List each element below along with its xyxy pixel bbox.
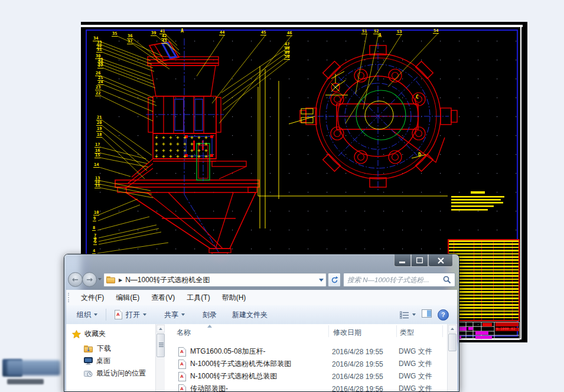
file-name: N-1000转子式选粉机总装图 — [190, 371, 277, 381]
cad-drawing-number: N—1000.02 — [496, 326, 520, 331]
file-row[interactable]: 传动部装图- 2016/4/28 19:56 DWG 文件 — [165, 383, 446, 392]
menu-tools[interactable]: 工具(T) — [181, 290, 216, 305]
explorer-content: 收藏夹 ↓ 下载 — [66, 324, 457, 392]
column-date-modified[interactable]: 修改日期 — [333, 328, 361, 338]
help-button[interactable]: ? — [438, 309, 449, 321]
file-date: 2016/4/28 19:55 — [332, 348, 383, 356]
recent-places-label: 最近访问的位置 — [96, 368, 146, 378]
search-icon[interactable] — [443, 276, 451, 284]
column-name[interactable]: 名称 — [177, 328, 191, 338]
share-dropdown-icon — [181, 313, 185, 316]
favorites-label: 收藏夹 — [84, 329, 106, 339]
open-label: 打开 — [126, 310, 140, 320]
sidebar-scrollbar[interactable] — [155, 324, 165, 392]
toolbar-separator — [106, 309, 106, 321]
file-row[interactable]: N-1000转子式选粉机壳体部装图 2016/4/28 19:55 DWG 文件 — [165, 358, 446, 370]
file-date: 2016/4/28 19:56 — [332, 385, 383, 392]
open-dropdown-icon — [143, 313, 146, 316]
recent-places-icon — [84, 370, 93, 377]
views-icon — [400, 311, 409, 319]
search-box[interactable]: 搜索 N—1000转子式选粉... — [343, 273, 455, 287]
desktop-label: 桌面 — [96, 356, 110, 366]
burn-label: 刻录 — [203, 310, 217, 320]
history-dropdown-icon[interactable] — [98, 278, 102, 280]
sidebar-item-recent-places[interactable]: 最近访问的位置 — [84, 368, 146, 378]
refresh-button[interactable] — [328, 273, 341, 287]
file-name: MTG1600.05-08加压杆- — [190, 347, 265, 357]
scrollbar-thumb[interactable] — [157, 334, 165, 357]
new-folder-label: 新建文件夹 — [232, 310, 268, 320]
sidebar-item-downloads[interactable]: ↓ 下载 — [84, 344, 111, 354]
column-separator[interactable] — [442, 325, 443, 337]
menu-bar: 文件(F) 编辑(E) 查看(V) 工具(T) 帮助(H) — [66, 290, 457, 306]
file-date: 2016/4/28 19:55 — [332, 373, 383, 381]
desktop-icon[interactable] — [2, 358, 67, 392]
navigation-pane: 收藏夹 ↓ 下载 — [66, 324, 155, 392]
column-separator[interactable] — [328, 325, 329, 337]
scroll-up-button[interactable] — [448, 325, 457, 332]
file-list: 名称 修改日期 类型 MTG1600.05-08加压杆- 2016/4/28 1… — [165, 324, 457, 392]
new-folder-button[interactable]: 新建文件夹 — [227, 307, 272, 323]
views-button[interactable] — [400, 311, 416, 319]
menu-help[interactable]: 帮助(H) — [216, 290, 252, 305]
back-button[interactable]: ← — [68, 272, 83, 287]
burn-button[interactable]: 刻录 — [198, 307, 221, 323]
menu-edit[interactable]: 编辑(E) — [110, 290, 145, 305]
maximize-button[interactable] — [411, 254, 428, 267]
back-arrow-icon: ← — [72, 276, 79, 283]
toolbar-right-group: ? — [400, 309, 457, 321]
file-type: DWG 文件 — [399, 359, 432, 369]
share-button[interactable]: 共享 — [159, 307, 190, 323]
sort-ascending-icon — [207, 325, 212, 328]
minimize-button[interactable] — [394, 254, 411, 267]
column-header-row: 名称 修改日期 类型 — [165, 324, 457, 338]
dwg-file-icon — [178, 360, 186, 369]
scrollbar-thumb[interactable] — [448, 334, 457, 351]
folder-icon — [106, 276, 116, 283]
address-bar[interactable]: ▶ N—1000转子式选粉机全图 — [103, 273, 327, 287]
explorer-window: ← → ▶ N—1000转子式选粉机全图 搜索 N—1000转子式选粉... — [64, 254, 459, 392]
forward-button[interactable]: → — [82, 272, 97, 287]
menu-view[interactable]: 查看(V) — [145, 290, 181, 305]
desktop-icon-label — [7, 379, 44, 384]
dwg-file-icon — [178, 372, 186, 381]
file-type: DWG 文件 — [399, 371, 432, 381]
star-icon — [72, 330, 81, 338]
column-type[interactable]: 类型 — [400, 328, 414, 338]
file-date: 2016/4/28 19:55 — [332, 360, 383, 368]
refresh-icon — [331, 276, 338, 284]
downloads-label: 下载 — [97, 344, 111, 354]
menu-file[interactable]: 文件(F) — [75, 290, 110, 305]
preview-pane-button[interactable] — [422, 309, 432, 320]
search-placeholder: 搜索 N—1000转子式选粉... — [347, 276, 443, 285]
caption-buttons — [394, 254, 453, 267]
screen: 3433323130292827262524232221201918171615… — [0, 0, 564, 392]
organize-button[interactable]: 组织 — [72, 307, 102, 323]
file-name: 传动部装图- — [190, 384, 228, 392]
autocad-app-icon — [115, 310, 122, 319]
forward-arrow-icon: → — [86, 276, 93, 283]
column-separator[interactable] — [396, 325, 397, 337]
desktop-icon-thumbnail — [7, 360, 60, 375]
file-row[interactable]: MTG1600.05-08加压杆- 2016/4/28 19:55 DWG 文件 — [165, 345, 446, 358]
organize-label: 组织 — [77, 310, 91, 320]
file-list-scrollbar[interactable] — [447, 324, 457, 392]
breadcrumb[interactable]: N—1000转子式选粉机全图 — [125, 275, 317, 285]
breadcrumb-arrow-icon: ▶ — [119, 277, 122, 283]
open-button[interactable]: 打开 — [110, 307, 151, 323]
close-button[interactable] — [428, 254, 453, 267]
sidebar-item-desktop[interactable]: 桌面 — [84, 356, 110, 366]
views-dropdown-icon — [412, 313, 416, 316]
file-row[interactable]: N-1000转子式选粉机总装图 2016/4/28 19:55 DWG 文件 — [165, 370, 446, 383]
address-dropdown-icon[interactable] — [319, 279, 324, 282]
dwg-file-icon — [178, 347, 186, 357]
downloads-icon: ↓ — [84, 345, 93, 352]
file-name: N-1000转子式选粉机壳体部装图 — [190, 359, 291, 369]
dwg-file-icon — [178, 384, 186, 392]
preview-pane-icon — [422, 309, 432, 318]
file-type: DWG 文件 — [399, 347, 432, 357]
menu-grip — [68, 293, 71, 302]
scroll-up-button[interactable] — [157, 325, 165, 332]
sidebar-favorites-group[interactable]: 收藏夹 — [72, 329, 106, 339]
file-type: DWG 文件 — [399, 384, 432, 392]
